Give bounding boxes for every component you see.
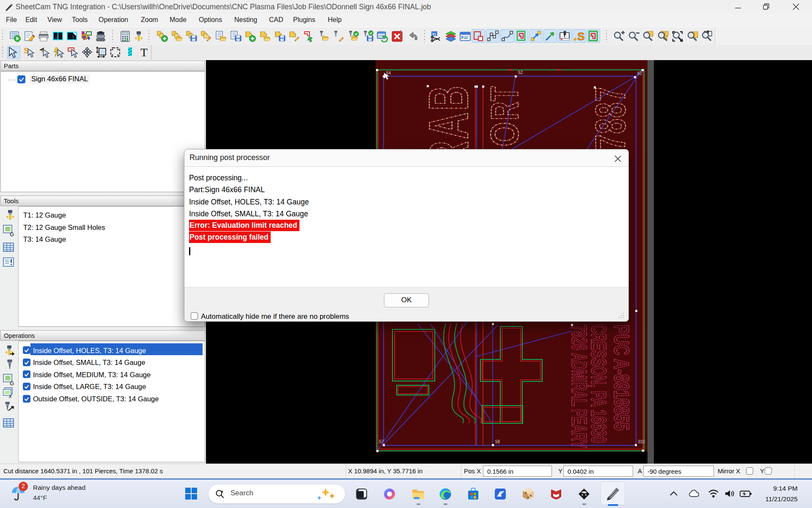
svg-text:CRESSON, PA 16630: CRESSON, PA 16630 (587, 325, 610, 443)
svg-text:8: 8 (587, 102, 634, 118)
svg-text:O: O (483, 122, 527, 146)
svg-text:57: 57 (379, 439, 384, 444)
svg-text:7: 7 (587, 87, 634, 102)
svg-text:52: 52 (518, 70, 523, 75)
svg-text:R: R (483, 102, 527, 120)
svg-text:G: G (10, 380, 14, 386)
svg-text:y: y (434, 32, 436, 36)
svg-text:7: 7 (587, 135, 634, 151)
svg-text:T: T (140, 47, 148, 58)
svg-text:54: 54 (386, 71, 391, 75)
svg-text:8: 8 (587, 119, 634, 134)
svg-text:58: 58 (495, 439, 500, 444)
svg-text:T: T (483, 86, 527, 101)
svg-text:B: B (417, 86, 480, 110)
svg-text:62: 62 (637, 71, 642, 76)
svg-text:A: A (417, 112, 480, 139)
svg-text:PUC A-8918855: PUC A-8918855 (609, 325, 633, 431)
svg-text:310: 310 (638, 439, 645, 444)
svg-text:x: x (8, 393, 12, 399)
svg-text:G: G (10, 231, 14, 237)
svg-text:S: S (577, 30, 584, 42)
